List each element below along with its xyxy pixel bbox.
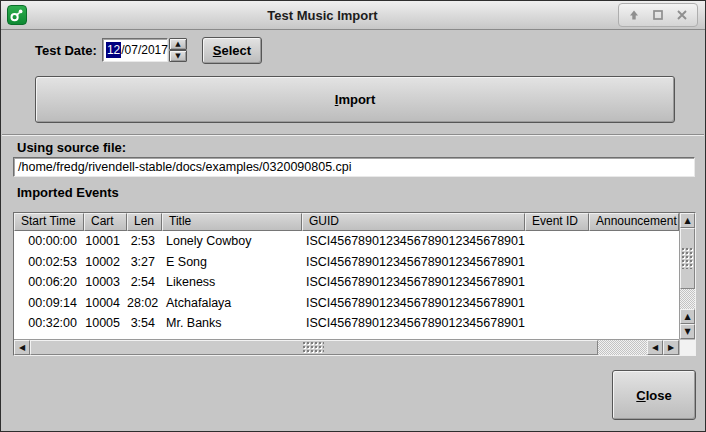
horizontal-scroll-thumb[interactable] bbox=[30, 340, 598, 355]
spin-up-icon[interactable]: ▲ bbox=[169, 38, 187, 50]
imported-events-table: Start TimeCartLenTitleGUIDEvent IDAnnoun… bbox=[13, 212, 696, 356]
cell-len: 2:54 bbox=[127, 275, 162, 289]
gear-glyph-icon bbox=[9, 7, 25, 23]
scroll-left-icon[interactable]: ◀ bbox=[14, 340, 30, 355]
horizontal-scroll-track[interactable] bbox=[30, 340, 647, 355]
window-controls bbox=[618, 3, 698, 27]
cell-guid: ISCI4567890123456789012345678901 bbox=[302, 316, 525, 330]
rivendell-app-icon[interactable] bbox=[7, 5, 27, 25]
column-header-cart[interactable]: Cart bbox=[84, 213, 127, 231]
cell-cart: 10001 bbox=[84, 234, 127, 248]
cell-title: Lonely Cowboy bbox=[162, 234, 302, 248]
cell-start-time: 00:06:20 bbox=[14, 275, 84, 289]
maximize-window-icon[interactable] bbox=[652, 9, 664, 21]
cell-title: Atchafalaya bbox=[162, 296, 302, 310]
cell-title: Likeness bbox=[162, 275, 302, 289]
cell-start-time: 00:09:14 bbox=[14, 296, 84, 310]
vertical-scroll-thumb[interactable] bbox=[680, 228, 695, 289]
test-date-row: Test Date: 12/07/2017 ▲ ▼ Select bbox=[35, 36, 262, 64]
cell-start-time: 00:00:00 bbox=[14, 234, 84, 248]
cell-start-time: 00:02:53 bbox=[14, 255, 84, 269]
cell-len: 2:53 bbox=[127, 234, 162, 248]
cell-cart: 10004 bbox=[84, 296, 127, 310]
table-row[interactable]: 00:09:141000428:02AtchafalayaISCI4567890… bbox=[14, 293, 679, 314]
cell-title: E Song bbox=[162, 255, 302, 269]
cell-cart: 10003 bbox=[84, 275, 127, 289]
window-title: Test Music Import bbox=[27, 8, 618, 23]
select-date-button[interactable]: Select bbox=[202, 37, 262, 64]
thumb-grip-icon bbox=[682, 248, 693, 269]
imported-events-label: Imported Events bbox=[17, 185, 119, 200]
scroll-up-icon[interactable]: ▲ bbox=[680, 213, 695, 228]
scrollbar-corner bbox=[679, 339, 695, 355]
date-selected-segment: 12 bbox=[106, 42, 121, 58]
test-music-import-window: Test Music Import Test Date: 12/07/2017 … bbox=[0, 0, 706, 432]
vertical-scroll-track[interactable] bbox=[680, 228, 695, 309]
column-header-announcement[interactable]: Announcement bbox=[589, 213, 679, 231]
cell-len: 3:27 bbox=[127, 255, 162, 269]
cell-len: 3:54 bbox=[127, 316, 162, 330]
table-row[interactable]: 00:06:20100032:54LikenessISCI45678901234… bbox=[14, 272, 679, 293]
cell-guid: ISCI4567890123456789012345678901 bbox=[302, 255, 525, 269]
cell-len: 28:02 bbox=[127, 296, 162, 310]
table-row[interactable]: 00:02:53100023:27E SongISCI4567890123456… bbox=[14, 252, 679, 273]
cell-cart: 10002 bbox=[84, 255, 127, 269]
shade-window-icon[interactable] bbox=[628, 9, 640, 21]
test-date-label: Test Date: bbox=[35, 43, 97, 58]
source-file-label: Using source file: bbox=[17, 140, 126, 155]
import-button[interactable]: Import bbox=[35, 76, 675, 123]
titlebar[interactable]: Test Music Import bbox=[1, 1, 705, 30]
table-main: Start TimeCartLenTitleGUIDEvent IDAnnoun… bbox=[14, 213, 679, 339]
thumb-grip-icon bbox=[303, 342, 324, 353]
column-header-title[interactable]: Title bbox=[162, 213, 302, 231]
column-header-len[interactable]: Len bbox=[127, 213, 162, 231]
close-button[interactable]: Close bbox=[612, 370, 696, 420]
cell-cart: 10005 bbox=[84, 316, 127, 330]
cell-guid: ISCI4567890123456789012345678901 bbox=[302, 275, 525, 289]
scroll-left-icon[interactable]: ◀ bbox=[647, 340, 663, 355]
date-spin-buttons: ▲ ▼ bbox=[169, 38, 187, 62]
date-remainder: /07/2017 bbox=[121, 43, 168, 57]
table-row[interactable]: 00:32:00100053:54Mr. BanksISCI4567890123… bbox=[14, 313, 679, 334]
test-date-spinbox[interactable]: 12/07/2017 ▲ ▼ bbox=[102, 38, 187, 62]
scroll-down-icon[interactable]: ▼ bbox=[680, 324, 695, 339]
column-header-event-id[interactable]: Event ID bbox=[525, 213, 589, 231]
cell-guid: ISCI4567890123456789012345678901 bbox=[302, 234, 525, 248]
close-window-icon[interactable] bbox=[676, 9, 688, 21]
test-date-value[interactable]: 12/07/2017 bbox=[102, 38, 168, 62]
spin-down-icon[interactable]: ▼ bbox=[169, 50, 187, 62]
table-row[interactable]: 00:00:00100012:53Lonely CowboyISCI456789… bbox=[14, 231, 679, 252]
column-header-start-time[interactable]: Start Time bbox=[14, 213, 84, 231]
cell-guid: ISCI4567890123456789012345678901 bbox=[302, 296, 525, 310]
cell-start-time: 00:32:00 bbox=[14, 316, 84, 330]
scroll-right-icon[interactable]: ▶ bbox=[663, 340, 679, 355]
source-file-path-field[interactable]: /home/fredg/rivendell-stable/docs/exampl… bbox=[13, 157, 695, 177]
scroll-up-icon[interactable]: ▲ bbox=[680, 309, 695, 324]
table-body: 00:00:00100012:53Lonely CowboyISCI456789… bbox=[14, 231, 679, 339]
table-header: Start TimeCartLenTitleGUIDEvent IDAnnoun… bbox=[14, 213, 679, 231]
cell-title: Mr. Banks bbox=[162, 316, 302, 330]
column-header-guid[interactable]: GUID bbox=[302, 213, 525, 231]
vertical-scrollbar[interactable]: ▲ ▲ ▼ bbox=[679, 213, 695, 339]
horizontal-scrollbar[interactable]: ◀ ◀ ▶ bbox=[14, 339, 679, 355]
horizontal-divider bbox=[2, 134, 704, 136]
